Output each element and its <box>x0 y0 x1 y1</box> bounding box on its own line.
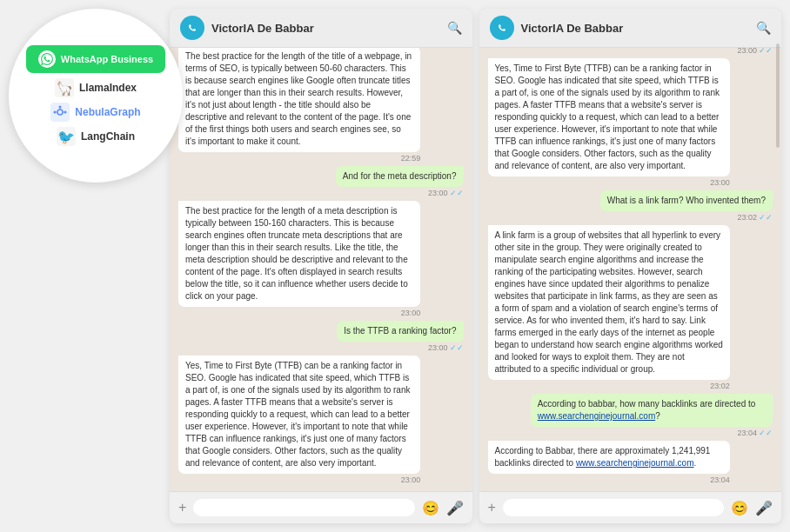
mic-icon-right[interactable]: 🎤 <box>755 500 773 516</box>
message-item: According to Babbar, there are approxima… <box>488 441 730 484</box>
search-icon-left[interactable]: 🔍 <box>447 21 462 35</box>
message-item: Is the TTFB a ranking factor?23:00✓✓ <box>337 321 463 352</box>
message-bubble: A link farm is a group of websites that … <box>488 225 730 380</box>
message-time: 23:00✓✓ <box>428 189 464 197</box>
message-bubble: What is a link farm? Who invented them? <box>600 190 773 211</box>
brand-logos-panel: WhatsApp Business 🦙 LlamaIndex NebulaGra… <box>9 9 183 183</box>
header-left-info: VictorIA De Babbar <box>180 16 314 40</box>
llama-icon: 🦙 <box>55 78 74 97</box>
message-bubble: Is the TTFB a ranking factor? <box>337 321 463 342</box>
whatsapp-icon <box>38 50 56 68</box>
message-bubble: The best practice for the length of a me… <box>178 201 420 307</box>
message-bubble: According to babbar, how many backlinks … <box>531 394 773 427</box>
plus-icon-left[interactable]: + <box>178 500 186 515</box>
langchain-brand[interactable]: 🐦 LangChain <box>57 127 135 146</box>
check-mark: ✓✓ <box>759 48 773 55</box>
svg-point-0 <box>57 110 63 115</box>
search-icon-right[interactable]: 🔍 <box>756 21 771 35</box>
message-item: According to babbar, how many backlinks … <box>531 394 773 437</box>
message-time: 23:02 <box>710 382 730 390</box>
contact-name-left: VictorIA De Babbar <box>211 22 314 35</box>
scrollbar-right[interactable] <box>776 43 780 148</box>
contact-name-right: VictorIA De Babbar <box>521 22 624 35</box>
langchain-label: LangChain <box>81 130 135 143</box>
nebulagraph-label: NebulaGraph <box>75 106 140 118</box>
svg-point-3 <box>59 106 62 109</box>
chat-panel-left: VictorIA De Babbar 🔍 Yes, I'm here. How … <box>170 9 472 523</box>
message-bubble: The best practice for the length of the … <box>178 48 420 152</box>
message-input-left[interactable] <box>193 499 414 516</box>
check-mark: ✓✓ <box>450 189 464 197</box>
message-bubble: Yes, Time to First Byte (TTFB) can be a … <box>488 58 730 176</box>
chat-header-right: VictorIA De Babbar 🔍 <box>479 9 782 48</box>
link-text[interactable]: www.searchenginejournal.com <box>538 411 656 421</box>
avatar-right <box>490 16 514 40</box>
chat-footer-left: + 😊 🎤 <box>170 491 472 523</box>
check-mark: ✓✓ <box>450 343 464 352</box>
emoji-icon-left[interactable]: 😊 <box>422 500 439 516</box>
message-time: 23:00 <box>401 475 421 484</box>
llamaindex-brand[interactable]: 🦙 LlamaIndex <box>55 78 137 97</box>
svg-point-2 <box>64 111 67 114</box>
message-bubble: Yes, Time to First Byte (TTFB) can be a … <box>178 356 420 474</box>
check-mark: ✓✓ <box>759 213 773 222</box>
nebulagraph-brand[interactable]: NebulaGraph <box>50 103 140 122</box>
link-text[interactable]: www.searchenginejournal.com <box>576 458 694 468</box>
message-item: A link farm is a group of websites that … <box>488 225 730 390</box>
nebula-icon <box>50 103 70 122</box>
message-time: 23:04✓✓ <box>737 429 773 437</box>
mic-icon-left[interactable]: 🎤 <box>446 500 464 516</box>
header-right-info: VictorIA De Babbar <box>490 16 624 40</box>
chat-panel-right: VictorIA De Babbar 🔍 content of the page… <box>479 9 782 523</box>
messages-left: Yes, I'm here. How can I assist you furt… <box>170 48 472 491</box>
message-item: The best practice for the length of the … <box>178 48 420 163</box>
plus-icon-right[interactable]: + <box>488 500 496 515</box>
whatsapp-label: WhatsApp Business <box>61 54 153 64</box>
message-time: 23:04 <box>710 475 730 484</box>
llamaindex-label: LlamaIndex <box>79 82 137 94</box>
svg-point-1 <box>54 111 57 114</box>
message-item: Yes, Time to First Byte (TTFB) can be a … <box>488 58 730 187</box>
chat-header-left: VictorIA De Babbar 🔍 <box>170 9 472 48</box>
check-mark: ✓✓ <box>759 429 773 437</box>
message-time: 23:02✓✓ <box>737 213 773 222</box>
message-time: 23:00 <box>401 309 421 317</box>
message-time: 23:00 <box>710 178 730 187</box>
message-item: Is the TTFB a ranking factor?23:00✓✓ <box>646 48 773 55</box>
message-item: What is a link farm? Who invented them?2… <box>600 190 773 222</box>
whatsapp-badge: WhatsApp Business <box>26 45 165 73</box>
messages-right: content of the page. It's often displaye… <box>479 48 782 491</box>
message-input-right[interactable] <box>503 499 724 516</box>
whatsapp-brand[interactable]: WhatsApp Business <box>26 45 165 73</box>
message-time: 22:59 <box>401 154 421 163</box>
chat-container: VictorIA De Babbar 🔍 Yes, I'm here. How … <box>170 9 781 523</box>
avatar-left <box>180 16 204 40</box>
message-time: 23:00✓✓ <box>737 48 773 55</box>
message-item: Yes, Time to First Byte (TTFB) can be a … <box>178 356 420 484</box>
message-item: And for the meta description?23:00✓✓ <box>336 166 464 197</box>
chat-footer-right: + 😊 🎤 <box>479 491 782 523</box>
message-item: The best practice for the length of a me… <box>178 201 420 317</box>
message-bubble: And for the meta description? <box>336 166 464 187</box>
message-time: 23:00✓✓ <box>428 343 464 352</box>
langchain-icon: 🐦 <box>57 127 76 146</box>
message-bubble: According to Babbar, there are approxima… <box>488 441 730 474</box>
emoji-icon-right[interactable]: 😊 <box>731 500 748 516</box>
